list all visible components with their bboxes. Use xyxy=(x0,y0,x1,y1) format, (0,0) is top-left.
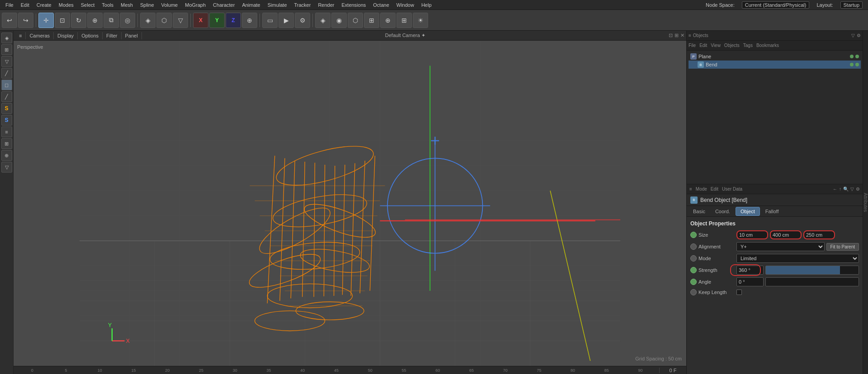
layout-value[interactable]: Startup xyxy=(840,1,863,9)
panel-tab-btn[interactable]: Panel xyxy=(122,32,142,39)
tab-falloff[interactable]: Falloff xyxy=(761,207,783,215)
current-frame[interactable]: 0 F xyxy=(659,368,686,373)
size-y-input[interactable] xyxy=(770,230,802,239)
obj-settings-icon[interactable]: ⚙ xyxy=(857,33,861,38)
mode-toggle[interactable] xyxy=(690,255,697,262)
redo-button[interactable]: ↪ xyxy=(18,13,33,28)
timeline-track[interactable]: 0 5 10 15 20 25 30 35 40 45 50 55 60 65 … xyxy=(14,366,659,374)
menu-tools[interactable]: Tools xyxy=(98,2,117,8)
s-tool-btn[interactable]: S xyxy=(1,103,12,114)
tab-coord[interactable]: Coord. xyxy=(711,207,735,215)
strength-slider[interactable] xyxy=(765,266,859,275)
angle-toggle[interactable] xyxy=(690,279,697,285)
menu-mograph[interactable]: MoGraph xyxy=(181,2,209,8)
menu-character[interactable]: Character xyxy=(209,2,238,8)
plane-render-dot[interactable] xyxy=(855,55,859,58)
menu-render[interactable]: Render xyxy=(314,2,338,8)
strength-value-input[interactable] xyxy=(736,266,764,275)
display-tab-btn[interactable]: Display xyxy=(54,32,78,39)
render-region-button[interactable]: ▭ xyxy=(262,13,278,28)
display-shading-button[interactable]: ◈ xyxy=(315,13,330,28)
lights-button[interactable]: ☀ xyxy=(413,13,428,28)
x-axis-button[interactable]: X xyxy=(193,13,208,28)
z-axis-button[interactable]: Z xyxy=(226,13,241,28)
move-tool-button[interactable]: ✛ xyxy=(38,13,54,28)
menu-create[interactable]: Create xyxy=(33,2,55,8)
attrs-up-icon[interactable]: ↑ xyxy=(839,187,841,192)
menu-file[interactable]: File xyxy=(2,2,17,8)
polygon-mode-button[interactable]: ▽ xyxy=(173,13,188,28)
cameras-tab-btn[interactable]: Cameras xyxy=(26,32,54,39)
plane-visibility-dot[interactable] xyxy=(850,55,854,58)
attrs-back-icon[interactable]: ← xyxy=(833,187,837,192)
point-mode-btn[interactable]: ◻ xyxy=(1,79,12,90)
options-tab-btn[interactable]: Options xyxy=(78,32,103,39)
display-normals-button[interactable]: ⊕ xyxy=(380,13,396,28)
display-solid-button[interactable]: ⬡ xyxy=(348,13,363,28)
tab-object[interactable]: Object xyxy=(736,207,760,216)
render-settings-button[interactable]: ⚙ xyxy=(295,13,310,28)
mesh-mode-button[interactable]: ⬡ xyxy=(156,13,172,28)
attrs-nav-userdata[interactable]: User Data xyxy=(722,187,742,192)
scale-tool-button[interactable]: ⊡ xyxy=(55,13,70,28)
obj-menu-file[interactable]: File xyxy=(689,43,696,48)
menu-window[interactable]: Window xyxy=(393,2,418,8)
edge-mode-btn[interactable]: ╱ xyxy=(1,68,12,79)
menu-simulate[interactable]: Simulate xyxy=(264,2,291,8)
obj-menu-bookmarks[interactable]: Bookmarks xyxy=(756,43,779,48)
menu-spline[interactable]: Spline xyxy=(137,2,158,8)
rotate-tool-button[interactable]: ↻ xyxy=(71,13,86,28)
line-mode-btn[interactable]: ╱ xyxy=(1,91,12,102)
viewport-expand-icon[interactable]: ⊡ xyxy=(669,33,673,38)
alignment-dropdown[interactable]: Y+ X+ Z+ xyxy=(736,242,825,251)
attrs-search-icon[interactable]: 🔍 xyxy=(843,187,849,192)
size-x-input[interactable] xyxy=(736,230,768,239)
model-mode-button[interactable]: ◈ xyxy=(140,13,156,28)
world-axis-button[interactable]: ⊕ xyxy=(242,13,257,28)
render-view-button[interactable]: ▶ xyxy=(278,13,294,28)
obj-menu-tags[interactable]: Tags xyxy=(743,43,753,48)
attrs-nav-edit[interactable]: Edit xyxy=(711,187,718,192)
alignment-toggle[interactable] xyxy=(690,243,697,250)
bend-render-dot[interactable] xyxy=(855,63,859,66)
menu-extensions[interactable]: Extensions xyxy=(338,2,369,8)
view-tab-btn[interactable]: ≡ xyxy=(15,32,26,39)
menu-animate[interactable]: Animate xyxy=(238,2,264,8)
snap-btn[interactable]: ⊕ xyxy=(1,150,12,161)
obj-filter-icon[interactable]: ▽ xyxy=(851,33,855,38)
strength-toggle[interactable] xyxy=(690,267,697,273)
obj-menu-objects[interactable]: Objects xyxy=(724,43,740,48)
s2-tool-btn[interactable]: S xyxy=(1,115,12,126)
viewport-fullscreen-icon[interactable]: ⊞ xyxy=(675,33,679,38)
filter-btn[interactable]: ▽ xyxy=(1,162,12,173)
grid-vis-btn[interactable]: ⊞ xyxy=(1,138,12,149)
mirror-tool-button[interactable]: ⧉ xyxy=(104,13,119,28)
viewport-close-icon[interactable]: ✕ xyxy=(680,33,684,38)
menu-select[interactable]: Select xyxy=(77,2,99,8)
display-tex-button[interactable]: ⊞ xyxy=(364,13,379,28)
y-axis-button[interactable]: Y xyxy=(209,13,225,28)
tree-item-plane[interactable]: P Plane xyxy=(689,52,861,61)
menu-modes[interactable]: Modes xyxy=(55,2,77,8)
layer-btn[interactable]: ≡ xyxy=(1,126,12,137)
grid-button[interactable]: ⊞ xyxy=(396,13,412,28)
menu-mesh[interactable]: Mesh xyxy=(117,2,137,8)
node-space-value[interactable]: Current (Standard/Physical) xyxy=(742,1,810,9)
texture-mode-btn[interactable]: ⊞ xyxy=(1,44,12,55)
tab-basic[interactable]: Basic xyxy=(689,207,710,215)
snap-tool-button[interactable]: ◎ xyxy=(120,13,135,28)
transform-tool-button[interactable]: ⊕ xyxy=(87,13,103,28)
menu-help[interactable]: Help xyxy=(418,2,435,8)
menu-edit[interactable]: Edit xyxy=(17,2,33,8)
keep-length-checkbox[interactable] xyxy=(736,290,742,295)
size-toggle[interactable] xyxy=(690,232,697,238)
tree-item-bend[interactable]: B Bend xyxy=(689,61,861,69)
obj-menu-edit[interactable]: Edit xyxy=(699,43,707,48)
fit-to-parent-button[interactable]: Fit to Parent xyxy=(826,243,859,251)
attrs-filter-icon[interactable]: ▽ xyxy=(850,187,854,192)
menu-tracker[interactable]: Tracker xyxy=(291,2,315,8)
menu-volume[interactable]: Volume xyxy=(158,2,182,8)
bend-visibility-dot[interactable] xyxy=(850,63,854,66)
size-z-input[interactable] xyxy=(803,230,835,239)
display-wire-button[interactable]: ◉ xyxy=(331,13,347,28)
